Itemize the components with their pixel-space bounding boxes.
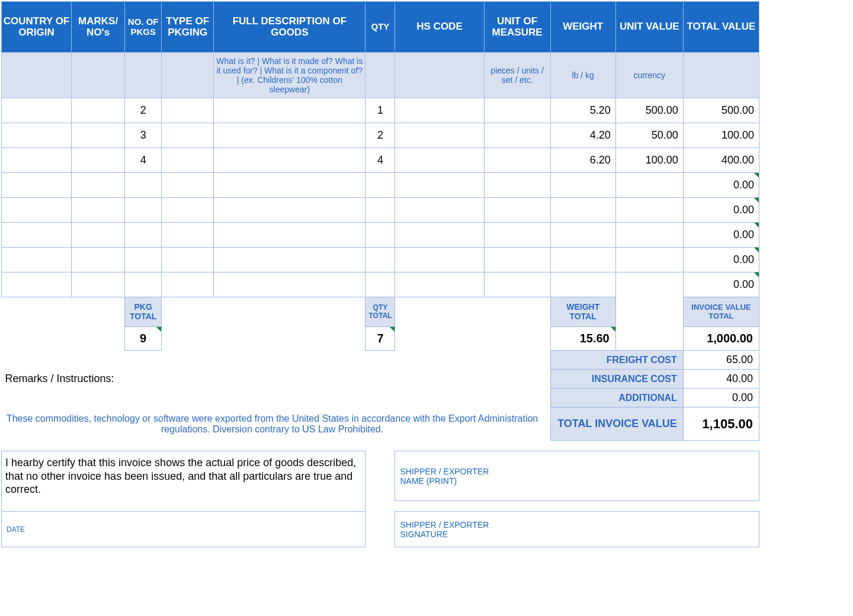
table-row: 0.00	[2, 223, 759, 248]
date-label: DATE	[7, 525, 25, 534]
certify-text: I hearby certify that this invoice shows…	[2, 451, 365, 501]
header-weight: WEIGHT	[550, 2, 615, 53]
cell-total-value[interactable]: 0.00	[683, 198, 759, 223]
pkg-total: 9	[125, 327, 162, 351]
shipper-sig-line2: SIGNATURE	[400, 530, 754, 539]
total-invoice-value-label: TOTAL INVOICE VALUE	[550, 408, 683, 441]
header-uom: UNIT OF MEASURE	[484, 2, 550, 53]
cell-total-value[interactable]: 100.00	[683, 123, 759, 148]
insurance-cost-label: INSURANCE COST	[550, 370, 683, 389]
shipper-sig-line1: SHIPPER / EXPORTER	[400, 520, 754, 530]
cell-unit-value[interactable]: 50.00	[615, 123, 683, 148]
invoice-table: COUNTRY OF ORIGIN MARKS/ NO's NO. OF PKG…	[1, 1, 759, 547]
hint-weight: lb / kg	[550, 53, 615, 98]
invoice-value-total-label: INVOICE VALUE TOTAL	[683, 297, 759, 327]
cell-pkgs[interactable]: 2	[125, 98, 162, 123]
hint-row: What is it? | What is it made of? What i…	[2, 53, 759, 98]
shipper-name-box[interactable]: SHIPPER / EXPORTER NAME (PRINT)	[395, 451, 759, 501]
table-row: 0.00	[2, 198, 759, 223]
cell-unit-value[interactable]: 100.00	[615, 148, 683, 173]
header-desc: FULL DESCRIPTION OF GOODS	[214, 2, 365, 53]
table-row: 4 4 6.20 100.00 400.00	[2, 148, 759, 173]
header-country: COUNTRY OF ORIGIN	[2, 2, 72, 53]
hint-unit-value: currency	[615, 53, 683, 98]
table-row: 0.00	[2, 248, 759, 272]
insurance-cost[interactable]: 40.00	[683, 370, 759, 389]
cell-total-value[interactable]: 0.00	[683, 173, 759, 198]
header-row: COUNTRY OF ORIGIN MARKS/ NO's NO. OF PKG…	[2, 2, 759, 53]
weight-total-label: WEIGHT TOTAL	[550, 297, 615, 327]
cell-weight[interactable]: 6.20	[550, 148, 615, 173]
cell-weight[interactable]: 5.20	[550, 98, 615, 123]
header-hs: HS CODE	[395, 2, 484, 53]
hint-desc: What is it? | What is it made of? What i…	[214, 53, 365, 98]
shipper-name-line1: SHIPPER / EXPORTER	[400, 467, 754, 476]
cell-qty[interactable]: 1	[365, 98, 395, 123]
freight-cost-label: FREIGHT COST	[550, 351, 683, 370]
invoice-value-total: 1,000.00	[683, 327, 759, 351]
cell-pkgs[interactable]: 3	[125, 123, 162, 148]
header-pkgs: NO. OF PKGS	[125, 2, 162, 53]
cell-total-value[interactable]: 0.00	[683, 272, 759, 297]
header-unit-value: UNIT VALUE	[615, 2, 683, 53]
total-invoice-value: 1,105.00	[683, 408, 759, 441]
header-total-value: TOTAL VALUE	[683, 2, 759, 53]
legal-text: These commodities, technology or softwar…	[2, 408, 551, 441]
cell-total-value[interactable]: 400.00	[683, 148, 759, 173]
table-row: 2 1 5.20 500.00 500.00	[2, 98, 759, 123]
cell-total-value[interactable]: 0.00	[683, 248, 759, 272]
shipper-name-line2: NAME (PRINT)	[400, 476, 754, 486]
freight-cost[interactable]: 65.00	[683, 351, 759, 370]
cell-pkgs[interactable]: 4	[125, 148, 162, 173]
shipper-signature-box[interactable]: SHIPPER / EXPORTER SIGNATURE	[395, 512, 759, 547]
table-row: 0.00	[2, 272, 759, 297]
date-box[interactable]: DATE	[2, 512, 365, 547]
additional-label: ADDITIONAL	[550, 389, 683, 408]
weight-total: 15.60	[550, 327, 615, 351]
header-marks: MARKS/ NO's	[72, 2, 125, 53]
hint-uom: pieces / units / set / etc.	[484, 53, 550, 98]
cell-total-value[interactable]: 0.00	[683, 223, 759, 248]
qty-total-label: QTY TOTAL	[365, 297, 395, 327]
qty-total: 7	[365, 327, 395, 351]
cell-weight[interactable]: 4.20	[550, 123, 615, 148]
cell-total-value[interactable]: 500.00	[683, 98, 759, 123]
table-row: 0.00	[2, 173, 759, 198]
table-row: 3 2 4.20 50.00 100.00	[2, 123, 759, 148]
cell-qty[interactable]: 2	[365, 123, 395, 148]
remarks-label[interactable]: Remarks / Instructions:	[2, 351, 551, 408]
pkg-total-label: PKG TOTAL	[125, 297, 162, 327]
additional-cost[interactable]: 0.00	[683, 389, 759, 408]
header-pkging: TYPE OF PKGING	[162, 2, 214, 53]
cell-unit-value[interactable]: 500.00	[615, 98, 683, 123]
header-qty: QTY	[365, 2, 395, 53]
cell-qty[interactable]: 4	[365, 148, 395, 173]
